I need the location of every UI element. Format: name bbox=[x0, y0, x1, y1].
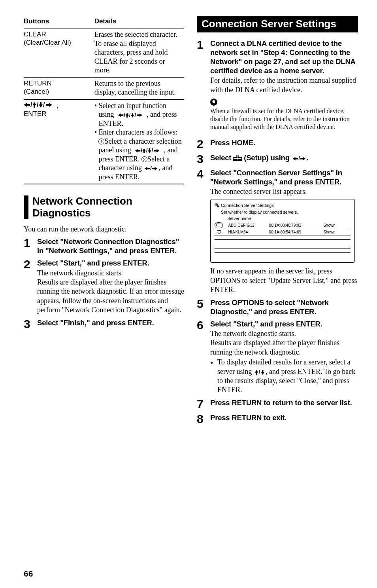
svg-text:/: / bbox=[152, 148, 153, 153]
svg-text:/: / bbox=[258, 370, 260, 375]
button-detail: Erases the selected character. To erase … bbox=[94, 28, 184, 77]
page-number: 66 bbox=[24, 569, 33, 579]
svg-rect-12 bbox=[237, 156, 239, 157]
server-mac: 00:1A:80:54:74:69 bbox=[269, 229, 324, 235]
table-header-details: Details bbox=[94, 16, 184, 28]
step-item: 6 Select "Start," and press ENTER. The n… bbox=[197, 319, 358, 395]
svg-text:/: / bbox=[43, 102, 45, 108]
right-column: Connection Server Settings 1 Connect a D… bbox=[197, 16, 358, 428]
button-name: RETURN bbox=[24, 80, 52, 87]
step-title: Select "Network Connection Diagnostics" … bbox=[37, 237, 184, 255]
monitor-icon bbox=[217, 230, 221, 234]
server-status: Shown bbox=[323, 229, 351, 235]
step-title: Select (Setup) using /. bbox=[210, 153, 358, 163]
table-row: RETURN (Cancel) Returns to the previous … bbox=[24, 77, 184, 99]
table-header-buttons: Buttons bbox=[24, 16, 94, 28]
svg-text:/: / bbox=[141, 148, 143, 153]
two-column-layout: Buttons Details CLEAR (Clear/Clear All) … bbox=[24, 16, 358, 428]
server-name: HIJ-KLM34 bbox=[228, 229, 269, 235]
server-row: ABC-DEF-G12 00:1A:80:48:79:92 Shown bbox=[215, 222, 351, 229]
step-number: 1 bbox=[24, 237, 37, 249]
svg-rect-19 bbox=[217, 224, 220, 226]
intro-text: You can run the network diagnostic. bbox=[24, 225, 184, 234]
step-number: 6 bbox=[197, 319, 210, 331]
button-sub: (Cancel) bbox=[24, 88, 49, 95]
monitor-icon bbox=[216, 224, 220, 227]
svg-text:/: / bbox=[30, 102, 32, 108]
step-title: Press OPTIONS to select "Network Diagnos… bbox=[210, 298, 358, 316]
setup-toolbox-icon bbox=[233, 154, 242, 163]
button-sub: (Clear/Clear All) bbox=[24, 39, 71, 46]
server-name: ABC-DEF-G12 bbox=[228, 222, 269, 229]
step-title: Select "Finish," and press ENTER. bbox=[37, 318, 184, 327]
note-text: When a firewall is set for the DLNA cert… bbox=[210, 107, 358, 131]
buttons-details-table: Buttons Details CLEAR (Clear/Clear All) … bbox=[24, 16, 184, 184]
svg-point-18 bbox=[218, 206, 219, 207]
arrow-icon: / bbox=[254, 368, 266, 376]
step-item: 2 Press HOME. bbox=[197, 138, 358, 150]
arrow-icon: /// bbox=[24, 102, 57, 109]
server-status: Shown bbox=[323, 222, 351, 229]
step-number: 7 bbox=[197, 398, 210, 410]
note-icon bbox=[210, 99, 217, 106]
table-row: /// , ENTER • Select an input function u… bbox=[24, 99, 184, 184]
step-item: 4 Select "Connection Server Settings" in… bbox=[197, 168, 358, 294]
step-text: The network diagnostic starts. Results a… bbox=[37, 269, 184, 315]
svg-text:/: / bbox=[129, 113, 131, 118]
section-heading-network-diagnostics: Network Connection Diagnostics bbox=[24, 195, 184, 219]
circled-2-icon: 2 bbox=[141, 156, 147, 162]
arrow-icon: /// bbox=[133, 146, 164, 154]
button-detail: Returns to the previous display, cancell… bbox=[94, 77, 184, 99]
step-number: 1 bbox=[197, 39, 210, 51]
step-item: 8 Press RETURN to exit. bbox=[197, 413, 358, 425]
left-steps: 1 Select "Network Connection Diagnostics… bbox=[24, 237, 184, 330]
step-text: The connected server list appears. bbox=[210, 187, 358, 196]
step-item: 2 Select "Start," and press ENTER. The n… bbox=[24, 258, 184, 315]
step-number: 3 bbox=[24, 318, 37, 330]
svg-text:/: / bbox=[37, 102, 39, 108]
right-steps: 1 Connect a DLNA certified device to the… bbox=[197, 39, 358, 425]
step-bullet: To display detailed results for a server… bbox=[217, 358, 358, 395]
server-row: HIJ-KLM34 00:1A:80:54:74:69 Shown bbox=[215, 229, 351, 235]
step-title: Press HOME. bbox=[210, 138, 358, 147]
step-item: 1 Connect a DLNA certified device to the… bbox=[197, 39, 358, 135]
server-mac: 00:1A:80:48:79:92 bbox=[269, 222, 324, 229]
step-title: Press RETURN to return to the server lis… bbox=[210, 398, 358, 407]
step-item: 5 Press OPTIONS to select "Network Diagn… bbox=[197, 298, 358, 316]
arrow-icon: / bbox=[143, 164, 158, 172]
left-column: Buttons Details CLEAR (Clear/Clear All) … bbox=[24, 16, 184, 428]
svg-rect-14 bbox=[237, 157, 238, 159]
step-number: 5 bbox=[197, 298, 210, 310]
step-item: 3 Select (Setup) using /. bbox=[197, 153, 358, 165]
svg-text:/: / bbox=[124, 113, 125, 118]
step-number: 2 bbox=[24, 258, 37, 270]
step-item: 7 Press RETURN to return to the server l… bbox=[197, 398, 358, 410]
button-detail: • Select an input function using ///, an… bbox=[94, 99, 184, 184]
table-row: CLEAR (Clear/Clear All) Erases the selec… bbox=[24, 28, 184, 77]
step-text: The network diagnostic starts. Results a… bbox=[210, 329, 358, 357]
step-text: For details, refer to the instruction ma… bbox=[210, 76, 358, 95]
arrow-icon: /// bbox=[116, 110, 147, 118]
button-sub: ENTER bbox=[24, 110, 47, 118]
step-title: Select "Start," and press ENTER. bbox=[37, 258, 184, 267]
button-name: CLEAR bbox=[24, 30, 46, 38]
step-item: 3 Select "Finish," and press ENTER. bbox=[24, 318, 184, 330]
figure-column-header: Server name bbox=[215, 216, 351, 222]
svg-text:/: / bbox=[146, 148, 148, 153]
step-title: Select "Start," and press ENTER. bbox=[210, 319, 358, 328]
step-number: 4 bbox=[197, 168, 210, 180]
svg-text:/: / bbox=[135, 113, 136, 118]
step-number: 2 bbox=[197, 138, 210, 150]
step-title: Press RETURN to exit. bbox=[210, 413, 358, 422]
server-list-figure: Connection Server Settings Set whether t… bbox=[210, 199, 355, 263]
step-item: 1 Select "Network Connection Diagnostics… bbox=[24, 237, 184, 255]
circled-1-icon: 1 bbox=[98, 138, 104, 144]
svg-rect-20 bbox=[217, 231, 221, 233]
step-text: If no server appears in the server list,… bbox=[210, 267, 358, 294]
step-title: Select "Connection Server Settings" in "… bbox=[210, 168, 358, 186]
section-heading-connection-server: Connection Server Settings bbox=[197, 16, 358, 32]
step-number: 8 bbox=[197, 413, 210, 425]
figure-subtitle: Set whether to display connected servers… bbox=[215, 210, 351, 215]
figure-title: Connection Server Settings bbox=[221, 203, 274, 208]
svg-text:/: / bbox=[298, 156, 300, 161]
